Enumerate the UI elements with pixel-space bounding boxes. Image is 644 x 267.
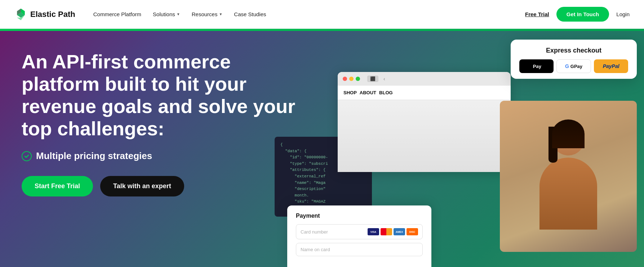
talk-with-expert-button[interactable]: Talk with an expert — [100, 176, 184, 196]
browser-about-link[interactable]: ABOUT — [360, 89, 376, 97]
payment-title: Payment — [296, 213, 423, 219]
start-free-trial-button[interactable]: Start Free Trial — [22, 176, 93, 196]
card-number-placeholder: Card number — [301, 229, 328, 235]
hero-buttons: Start Free Trial Talk with an expert — [22, 176, 296, 196]
login-link[interactable]: Login — [616, 11, 630, 17]
card-number-input[interactable]: Card number VISA MC AMEX DISC — [296, 224, 423, 239]
browser-minimize-dot — [349, 77, 354, 81]
code-line: "sku": "MAGAZ — [280, 199, 366, 205]
check-circle-icon — [22, 151, 32, 161]
get-in-touch-button[interactable]: Get In Touch — [556, 7, 609, 22]
google-pay-button[interactable]: G GPay — [556, 59, 591, 73]
elastic-path-logo-icon — [14, 8, 27, 21]
browser-dots — [343, 77, 360, 81]
code-line: month. — [280, 193, 366, 199]
browser-blog-link[interactable]: BLOG — [379, 89, 393, 97]
resources-dropdown-arrow: ▼ — [219, 12, 222, 16]
name-on-card-placeholder: Name on card — [301, 247, 330, 252]
apple-pay-button[interactable]: Pay — [519, 59, 554, 73]
navbar: Elastic Path Commerce Platform Solutions… — [0, 0, 644, 29]
paypal-button[interactable]: PayPal — [594, 59, 628, 73]
hero-content: An API-first commerce platform built to … — [22, 50, 296, 196]
browser-maximize-dot — [356, 77, 360, 81]
free-trial-link[interactable]: Free Trial — [525, 11, 549, 17]
card-icons: VISA MC AMEX DISC — [368, 228, 418, 235]
payment-card: Payment Card number VISA MC AMEX DISC Na… — [287, 205, 431, 267]
nav-solutions[interactable]: Solutions ▼ — [153, 11, 180, 17]
hero-headline: An API-first commerce platform built to … — [22, 50, 296, 140]
browser-titlebar: ⬛ ‹ — [338, 72, 511, 86]
code-line: "description" — [280, 186, 366, 193]
mastercard-icon: MC — [381, 228, 392, 235]
google-icon: G — [565, 63, 569, 69]
browser-window: ⬛ ‹ SHOP ABOUT BLOG — [338, 72, 511, 172]
person-hair — [552, 119, 585, 148]
express-checkout-card: Express checkout Pay G GPay PayPal — [511, 40, 637, 79]
checkout-title: Express checkout — [519, 47, 628, 54]
person-image — [500, 101, 637, 252]
browser-content — [338, 100, 511, 172]
browser-back-button[interactable]: ⬛ — [367, 76, 378, 82]
code-line: "name": "Maga — [280, 180, 366, 186]
amex-icon: AMEX — [394, 228, 405, 235]
browser-shop-link[interactable]: SHOP — [343, 89, 357, 97]
person-body — [539, 158, 597, 230]
express-payment-buttons: Pay G GPay PayPal — [519, 59, 628, 73]
visa-icon: VISA — [368, 228, 379, 235]
discover-icon: DISC — [407, 228, 418, 235]
name-on-card-input[interactable]: Name on card — [296, 243, 423, 256]
browser-forward-icon: ‹ — [383, 76, 385, 82]
checkmark-icon — [24, 153, 30, 159]
logo[interactable]: Elastic Path — [14, 8, 75, 21]
nav-case-studies[interactable]: Case Studies — [234, 11, 266, 17]
hero-section: An API-first commerce platform built to … — [0, 29, 644, 267]
browser-nav: SHOP ABOUT BLOG — [338, 86, 511, 100]
nav-actions: Free Trial Get In Touch Login — [525, 7, 630, 22]
person-silhouette — [539, 123, 597, 230]
browser-close-dot — [343, 77, 347, 81]
logo-text: Elastic Path — [30, 10, 75, 19]
nav-commerce-platform[interactable]: Commerce Platform — [93, 11, 141, 17]
person-placeholder — [500, 101, 637, 252]
solutions-dropdown-arrow: ▼ — [177, 12, 180, 16]
nav-resources[interactable]: Resources ▼ — [192, 11, 223, 17]
hero-feature: Multiple pricing strategies — [22, 150, 296, 162]
hero-feature-text: Multiple pricing strategies — [36, 150, 152, 162]
code-line: "external_ref — [280, 173, 366, 180]
nav-links: Commerce Platform Solutions ▼ Resources … — [93, 11, 525, 17]
